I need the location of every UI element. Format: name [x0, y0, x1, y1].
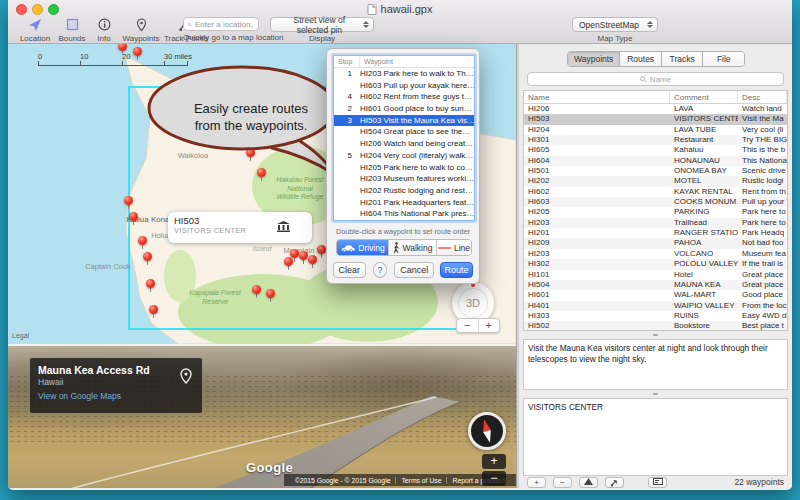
map-pin[interactable]: [252, 285, 261, 299]
sv-zoom-out-button[interactable]: −: [482, 471, 506, 486]
table-row[interactable]: HI503 VISITORS CENTER Visit the Ma: [524, 114, 787, 124]
map-pin[interactable]: [129, 212, 138, 226]
waypoint-callout[interactable]: HI503 VISITORS CENTER: [168, 212, 312, 243]
map-pin[interactable]: [143, 252, 152, 266]
table-row[interactable]: HI502 Bookstore Best place t: [524, 321, 787, 331]
route-waypoint-list[interactable]: Stop Waypoint 1 HI203 Park here to walk …: [333, 55, 475, 221]
route-list-row[interactable]: HI504 Great place to see the…: [334, 126, 474, 138]
route-list-row[interactable]: 3 HI503 Visit the Mauna Kea vis…: [334, 115, 474, 127]
route-list-row[interactable]: 4 HI602 Rent from these guys t…: [334, 91, 474, 103]
remove-waypoint-button[interactable]: −: [553, 477, 572, 488]
street-name: Mauna Kea Access Rd: [38, 364, 194, 376]
street-view-compass[interactable]: [468, 412, 506, 450]
table-row[interactable]: HI201 RANGER STATION Park Headq: [524, 228, 787, 238]
driving-segment[interactable]: Driving: [337, 240, 389, 255]
view-on-google-maps-link[interactable]: View on Google Maps: [38, 391, 194, 401]
column-name[interactable]: Name: [524, 91, 670, 103]
table-row[interactable]: HI604 HONAUNAU This Nationa: [524, 156, 787, 166]
map-pin[interactable]: [299, 251, 308, 265]
info-button[interactable]: Info: [90, 17, 118, 43]
window-title-text: hawaii.gpx: [381, 3, 433, 15]
table-row[interactable]: HI205 PARKING Park here to: [524, 207, 787, 217]
move-pin-button[interactable]: [605, 477, 624, 488]
table-row[interactable]: HI401 WAIPIO VALLEY From the loc: [524, 301, 787, 311]
table-row[interactable]: HI501 ONOMEA BAY Scenic drive: [524, 166, 787, 176]
minimize-button[interactable]: [32, 4, 43, 15]
table-row[interactable]: HI301 Restaurant Try THE BIG: [524, 135, 787, 145]
map-pin[interactable]: [146, 279, 155, 293]
route-list-row[interactable]: 5 HI204 Very cool (literaly) walk…: [334, 150, 474, 162]
map-pin[interactable]: [149, 305, 158, 319]
map-pin[interactable]: [317, 245, 326, 259]
table-row[interactable]: HI302 POLOLU VALLEY If the trail is: [524, 259, 787, 269]
route-list-row[interactable]: HI604 This National Park pres…: [334, 208, 474, 220]
map-pin[interactable]: [118, 44, 127, 56]
map-zoom-in-button[interactable]: +: [479, 319, 500, 332]
comment-textarea[interactable]: VISITORS CENTER: [523, 398, 788, 476]
table-row[interactable]: HI504 MAUNA KEA Great place: [524, 280, 787, 290]
table-row[interactable]: HI603 COOKS MONUM… Pull up your: [524, 197, 787, 207]
zoom-button[interactable]: [48, 4, 59, 15]
map-pin[interactable]: [124, 196, 133, 210]
table-row[interactable]: HI203 VOLCANO Museum fea: [524, 249, 787, 259]
route-button[interactable]: Route: [440, 262, 473, 278]
map-pin[interactable]: [266, 289, 275, 303]
table-row[interactable]: HI204 LAVA TUBE Very cool (li: [524, 125, 787, 135]
tab-waypoints[interactable]: Waypoints: [568, 52, 620, 66]
terms-of-use-link[interactable]: Terms of Use: [395, 477, 446, 484]
elevation-button[interactable]: [579, 477, 598, 488]
route-list-row[interactable]: HI205 Park here to walk to co…: [334, 162, 474, 174]
walking-segment[interactable]: Walking: [389, 240, 437, 255]
map-zoom-out-button[interactable]: −: [457, 319, 479, 332]
table-row[interactable]: HI206 LAVA Watch land: [524, 104, 787, 114]
map-type-popup[interactable]: OpenStreetMap: [572, 17, 658, 32]
help-button[interactable]: ?: [373, 262, 388, 278]
close-button[interactable]: [16, 4, 27, 15]
table-row[interactable]: HI303 RUINS Easy 4WD d: [524, 311, 787, 321]
column-desc[interactable]: Desc: [738, 91, 787, 103]
map-pin[interactable]: [284, 257, 293, 271]
waypoints-button[interactable]: Waypoints: [118, 17, 164, 43]
panel-tabs: Waypoints Routes Tracks File: [567, 51, 745, 67]
cancel-button[interactable]: Cancel: [394, 262, 434, 278]
map-pin[interactable]: [308, 255, 317, 269]
info-card-button[interactable]: [648, 477, 667, 488]
add-waypoint-button[interactable]: +: [527, 477, 546, 488]
route-list-row[interactable]: HI201 Park Headquarters feat…: [334, 197, 474, 209]
display-popup[interactable]: Street view of selected pin: [270, 17, 374, 32]
route-list-row[interactable]: 1 HI203 Park here to walk to Th…: [334, 68, 474, 80]
table-row[interactable]: HI101 Hotel Great place: [524, 270, 787, 280]
tab-file[interactable]: File: [703, 52, 744, 66]
bounds-square-icon: [54, 17, 90, 32]
search-icon: [640, 76, 647, 83]
waypoint-search-field[interactable]: Name: [527, 72, 784, 86]
route-list-row[interactable]: HI206 Watch land being creat…: [334, 138, 474, 150]
clear-button[interactable]: Clear: [333, 262, 366, 278]
tab-tracks[interactable]: Tracks: [662, 52, 704, 66]
location-button[interactable]: Location: [16, 17, 54, 43]
line-segment[interactable]: Line: [437, 240, 471, 255]
route-list-row[interactable]: 2 HI601 Good place to buy sun…: [334, 103, 474, 115]
table-row[interactable]: HI202 MOTEL Rustic lodgi: [524, 176, 787, 186]
tab-routes[interactable]: Routes: [620, 52, 662, 66]
column-comment[interactable]: Comment: [670, 91, 738, 103]
bounds-button[interactable]: Bounds: [54, 17, 90, 43]
table-row[interactable]: HI203 Trailhead Park here to: [524, 218, 787, 228]
route-list-row[interactable]: HI202 Rustic lodging and rest…: [334, 185, 474, 197]
description-textarea[interactable]: Visit the Mauna Kea visitors center at n…: [523, 339, 788, 390]
street-view-panel[interactable]: Mauna Kea Access Rd Hawaii View on Googl…: [8, 344, 516, 488]
route-list-row[interactable]: HI203 Museum features worki…: [334, 173, 474, 185]
map-pin[interactable]: [138, 236, 147, 250]
table-row[interactable]: HI601 WAL-MART Good place: [524, 290, 787, 300]
street-region: Hawaii: [38, 377, 194, 387]
map-pin[interactable]: [133, 47, 142, 61]
splitter-handle[interactable]: [519, 331, 792, 339]
table-row[interactable]: HI605 Kahaluu This is the b: [524, 145, 787, 155]
location-search-field[interactable]: Enter a location, city, Zip code: [183, 17, 259, 31]
legal-link[interactable]: Legal: [12, 332, 29, 339]
table-row[interactable]: HI209 PAHOA Not bad foo: [524, 238, 787, 248]
splitter-handle[interactable]: [519, 390, 792, 398]
table-row[interactable]: HI602 KAYAK RENTAL Rent from th: [524, 187, 787, 197]
sv-zoom-in-button[interactable]: +: [482, 454, 506, 469]
route-list-row[interactable]: HI603 Pull up your kayak here…: [334, 80, 474, 92]
